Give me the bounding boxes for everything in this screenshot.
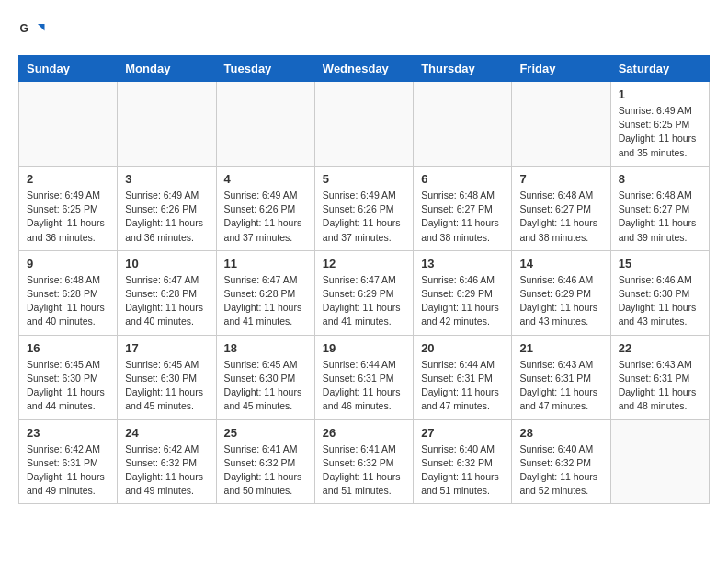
column-header-tuesday: Tuesday xyxy=(216,56,314,82)
day-number: 15 xyxy=(619,257,701,270)
day-number: 27 xyxy=(421,426,504,440)
cell-info: Sunrise: 6:48 AM Sunset: 6:27 PM Dayligh… xyxy=(421,189,504,245)
calendar-table: SundayMondayTuesdayWednesdayThursdayFrid… xyxy=(18,55,710,504)
calendar-cell: 19Sunrise: 6:44 AM Sunset: 6:31 PM Dayli… xyxy=(314,335,413,419)
week-row-5: 23Sunrise: 6:42 AM Sunset: 6:31 PM Dayli… xyxy=(19,419,710,504)
day-number: 1 xyxy=(619,87,701,101)
cell-info: Sunrise: 6:43 AM Sunset: 6:31 PM Dayligh… xyxy=(519,358,602,414)
svg-text:G: G xyxy=(20,22,28,35)
day-number: 5 xyxy=(323,172,405,186)
day-number: 20 xyxy=(421,341,504,355)
day-number: 7 xyxy=(519,172,602,186)
calendar-cell: 22Sunrise: 6:43 AM Sunset: 6:31 PM Dayli… xyxy=(610,335,709,419)
day-number: 28 xyxy=(519,426,602,440)
day-number: 12 xyxy=(323,257,405,270)
day-number: 22 xyxy=(619,341,701,355)
calendar-cell: 6Sunrise: 6:48 AM Sunset: 6:27 PM Daylig… xyxy=(414,166,512,250)
svg-marker-1 xyxy=(38,24,45,31)
calendar-cell: 5Sunrise: 6:49 AM Sunset: 6:26 PM Daylig… xyxy=(314,166,413,250)
day-number: 11 xyxy=(224,257,307,270)
cell-info: Sunrise: 6:43 AM Sunset: 6:31 PM Dayligh… xyxy=(619,358,701,414)
cell-info: Sunrise: 6:42 AM Sunset: 6:31 PM Dayligh… xyxy=(27,442,109,499)
logo: G xyxy=(18,18,50,46)
cell-info: Sunrise: 6:47 AM Sunset: 6:28 PM Dayligh… xyxy=(224,273,307,329)
column-header-friday: Friday xyxy=(512,56,610,82)
column-header-monday: Monday xyxy=(118,56,216,82)
cell-info: Sunrise: 6:49 AM Sunset: 6:25 PM Dayligh… xyxy=(27,189,109,245)
calendar-cell: 20Sunrise: 6:44 AM Sunset: 6:31 PM Dayli… xyxy=(414,335,512,419)
week-row-3: 9Sunrise: 6:48 AM Sunset: 6:28 PM Daylig… xyxy=(19,250,710,335)
calendar-cell: 2Sunrise: 6:49 AM Sunset: 6:25 PM Daylig… xyxy=(19,166,118,250)
calendar-cell xyxy=(512,82,610,167)
day-number: 23 xyxy=(27,426,109,440)
calendar-cell xyxy=(314,82,413,167)
day-number: 2 xyxy=(27,172,109,186)
cell-info: Sunrise: 6:49 AM Sunset: 6:26 PM Dayligh… xyxy=(224,189,307,245)
calendar-cell: 16Sunrise: 6:45 AM Sunset: 6:30 PM Dayli… xyxy=(19,335,118,419)
day-number: 4 xyxy=(224,172,307,186)
day-number: 25 xyxy=(224,426,307,440)
day-number: 21 xyxy=(519,341,602,355)
calendar-cell xyxy=(610,419,709,504)
calendar-cell xyxy=(118,82,216,167)
cell-info: Sunrise: 6:48 AM Sunset: 6:27 PM Dayligh… xyxy=(619,189,701,245)
calendar-cell: 24Sunrise: 6:42 AM Sunset: 6:32 PM Dayli… xyxy=(118,419,216,504)
calendar-cell: 12Sunrise: 6:47 AM Sunset: 6:29 PM Dayli… xyxy=(314,250,413,335)
cell-info: Sunrise: 6:42 AM Sunset: 6:32 PM Dayligh… xyxy=(125,442,208,499)
calendar-cell: 8Sunrise: 6:48 AM Sunset: 6:27 PM Daylig… xyxy=(610,166,709,250)
week-row-2: 2Sunrise: 6:49 AM Sunset: 6:25 PM Daylig… xyxy=(19,166,710,250)
calendar-cell: 14Sunrise: 6:46 AM Sunset: 6:29 PM Dayli… xyxy=(512,250,610,335)
cell-info: Sunrise: 6:44 AM Sunset: 6:31 PM Dayligh… xyxy=(421,358,504,414)
cell-info: Sunrise: 6:46 AM Sunset: 6:30 PM Dayligh… xyxy=(619,273,701,329)
calendar-cell: 4Sunrise: 6:49 AM Sunset: 6:26 PM Daylig… xyxy=(216,166,314,250)
cell-info: Sunrise: 6:44 AM Sunset: 6:31 PM Dayligh… xyxy=(323,358,405,414)
calendar-cell: 28Sunrise: 6:40 AM Sunset: 6:32 PM Dayli… xyxy=(512,419,610,504)
cell-info: Sunrise: 6:49 AM Sunset: 6:26 PM Dayligh… xyxy=(125,189,208,245)
page-header: G xyxy=(18,18,710,46)
day-number: 13 xyxy=(421,257,504,270)
cell-info: Sunrise: 6:47 AM Sunset: 6:29 PM Dayligh… xyxy=(323,273,405,329)
calendar-cell xyxy=(216,82,314,167)
day-number: 17 xyxy=(125,341,208,355)
day-number: 19 xyxy=(323,341,405,355)
day-number: 26 xyxy=(323,426,405,440)
column-header-wednesday: Wednesday xyxy=(314,56,413,82)
cell-info: Sunrise: 6:49 AM Sunset: 6:25 PM Dayligh… xyxy=(619,104,701,160)
day-number: 6 xyxy=(421,172,504,186)
cell-info: Sunrise: 6:49 AM Sunset: 6:26 PM Dayligh… xyxy=(323,189,405,245)
calendar-cell xyxy=(19,82,118,167)
calendar-cell: 15Sunrise: 6:46 AM Sunset: 6:30 PM Dayli… xyxy=(610,250,709,335)
calendar-cell: 25Sunrise: 6:41 AM Sunset: 6:32 PM Dayli… xyxy=(216,419,314,504)
calendar-cell: 17Sunrise: 6:45 AM Sunset: 6:30 PM Dayli… xyxy=(118,335,216,419)
day-number: 16 xyxy=(27,341,109,355)
calendar-cell: 27Sunrise: 6:40 AM Sunset: 6:32 PM Dayli… xyxy=(414,419,512,504)
cell-info: Sunrise: 6:40 AM Sunset: 6:32 PM Dayligh… xyxy=(519,442,602,499)
calendar-cell: 21Sunrise: 6:43 AM Sunset: 6:31 PM Dayli… xyxy=(512,335,610,419)
calendar-header-row: SundayMondayTuesdayWednesdayThursdayFrid… xyxy=(19,56,710,82)
calendar-cell: 9Sunrise: 6:48 AM Sunset: 6:28 PM Daylig… xyxy=(19,250,118,335)
day-number: 18 xyxy=(224,341,307,355)
day-number: 3 xyxy=(125,172,208,186)
cell-info: Sunrise: 6:48 AM Sunset: 6:28 PM Dayligh… xyxy=(27,273,109,329)
calendar-cell: 26Sunrise: 6:41 AM Sunset: 6:32 PM Dayli… xyxy=(314,419,413,504)
cell-info: Sunrise: 6:46 AM Sunset: 6:29 PM Dayligh… xyxy=(421,273,504,329)
day-number: 24 xyxy=(125,426,208,440)
cell-info: Sunrise: 6:45 AM Sunset: 6:30 PM Dayligh… xyxy=(125,358,208,414)
cell-info: Sunrise: 6:41 AM Sunset: 6:32 PM Dayligh… xyxy=(224,442,307,499)
day-number: 8 xyxy=(619,172,701,186)
day-number: 10 xyxy=(125,257,208,270)
column-header-thursday: Thursday xyxy=(414,56,512,82)
cell-info: Sunrise: 6:48 AM Sunset: 6:27 PM Dayligh… xyxy=(519,189,602,245)
cell-info: Sunrise: 6:46 AM Sunset: 6:29 PM Dayligh… xyxy=(519,273,602,329)
cell-info: Sunrise: 6:45 AM Sunset: 6:30 PM Dayligh… xyxy=(27,358,109,414)
calendar-cell: 18Sunrise: 6:45 AM Sunset: 6:30 PM Dayli… xyxy=(216,335,314,419)
calendar-cell: 10Sunrise: 6:47 AM Sunset: 6:28 PM Dayli… xyxy=(118,250,216,335)
column-header-saturday: Saturday xyxy=(610,56,709,82)
calendar-cell: 7Sunrise: 6:48 AM Sunset: 6:27 PM Daylig… xyxy=(512,166,610,250)
calendar-cell: 13Sunrise: 6:46 AM Sunset: 6:29 PM Dayli… xyxy=(414,250,512,335)
calendar-cell: 11Sunrise: 6:47 AM Sunset: 6:28 PM Dayli… xyxy=(216,250,314,335)
cell-info: Sunrise: 6:41 AM Sunset: 6:32 PM Dayligh… xyxy=(323,442,405,499)
cell-info: Sunrise: 6:45 AM Sunset: 6:30 PM Dayligh… xyxy=(224,358,307,414)
week-row-1: 1Sunrise: 6:49 AM Sunset: 6:25 PM Daylig… xyxy=(19,82,710,167)
calendar-cell: 1Sunrise: 6:49 AM Sunset: 6:25 PM Daylig… xyxy=(610,82,709,167)
